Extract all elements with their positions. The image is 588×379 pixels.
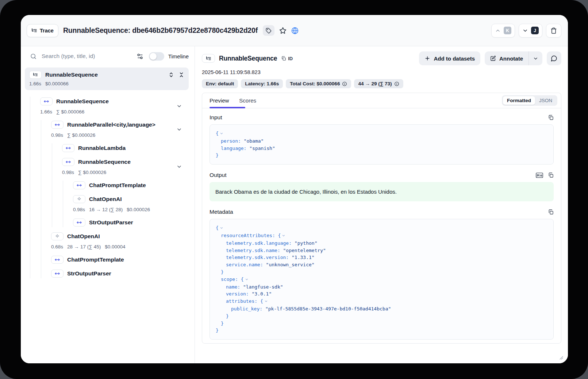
delete-trace-button[interactable]: [546, 24, 561, 38]
copy-input-button[interactable]: [548, 115, 554, 120]
json-value: "opentelemetry": [283, 248, 326, 253]
collapse-node-icon[interactable]: [220, 226, 223, 230]
edit-icon: [490, 55, 496, 61]
tree-node[interactable]: ChatOpenAI0.98s16 → 12 (∑ 28)$0.000026: [21, 194, 195, 213]
app-window: Trace RunnableSequence: dbe646b2b67957d2…: [21, 15, 568, 363]
tree-node-metrics: 0.98s16 → 12 (∑ 28)$0.000026: [73, 205, 195, 213]
code-line: }: [216, 268, 547, 276]
tree-node-label: RunnableLambda: [78, 145, 126, 151]
markdown-toggle-button[interactable]: [536, 173, 543, 178]
node-cost: $0.000026: [127, 207, 150, 212]
span-arrow-icon: [77, 183, 82, 188]
prev-trace-button[interactable]: K: [491, 24, 515, 38]
code-line: person: "obama": [216, 138, 547, 145]
json-key: language:: [221, 146, 249, 151]
observation-detail-panel: RunnableSequence ID Add to datasets Anno…: [195, 46, 568, 363]
search-input[interactable]: [42, 53, 137, 59]
trash-icon: [550, 27, 557, 34]
timeline-toggle[interactable]: [149, 52, 164, 61]
tree-node[interactable]: StrOutputParser: [21, 269, 195, 278]
tree-node-label: StrOutputParser: [67, 270, 111, 277]
input-json-viewer: {person: "obama"language: "spanish"}: [210, 124, 554, 165]
tree-node[interactable]: RunnableSequence0.98s∑ $0.000026: [21, 157, 195, 176]
code-line: public_key: "pk-lf-5855d85e-3943-497e-bd…: [216, 305, 547, 313]
next-trace-button[interactable]: J: [519, 24, 542, 38]
code-line: telemetry.sdk.language: "python": [216, 240, 547, 247]
span-badge: [62, 144, 74, 152]
tree-node[interactable]: StrOutputParser: [21, 218, 195, 227]
filter-sliders-icon[interactable]: [137, 53, 143, 60]
tree-node[interactable]: ChatPromptTemplate: [21, 255, 195, 264]
collapse-node-icon[interactable]: [220, 132, 223, 135]
tag-button[interactable]: [263, 25, 274, 36]
formatted-option[interactable]: Formatted: [503, 96, 535, 105]
copy-output-button[interactable]: [548, 172, 554, 178]
node-cost: ∑ $0.000066: [56, 109, 84, 115]
collapse-node-icon[interactable]: [264, 299, 268, 303]
annotate-button[interactable]: Annotate: [485, 51, 529, 65]
tree-node[interactable]: RunnableLambda: [21, 143, 195, 153]
annotate-dropdown-button[interactable]: [529, 51, 542, 65]
id-label: ID: [288, 56, 293, 61]
tree-node-label: ChatOpenAI: [67, 233, 100, 240]
json-option[interactable]: JSON: [535, 96, 556, 105]
collapse-node-icon[interactable]: [282, 234, 285, 237]
span-badge: [73, 218, 85, 227]
expand-all-icon[interactable]: [168, 72, 174, 78]
observation-title: RunnableSequence: [219, 55, 277, 62]
json-key: attributes:: [226, 298, 260, 304]
tab-scores[interactable]: Scores: [239, 93, 256, 108]
node-cost: ∑ $0.000026: [67, 132, 95, 138]
node-expand-chevron[interactable]: [176, 164, 182, 170]
tag-icon: [266, 28, 272, 34]
markdown-icon: [536, 173, 543, 178]
json-value: "unknown_service": [266, 262, 315, 267]
tree-node[interactable]: ChatOpenAI0.68s28 → 17 (∑ 45)$0.00004: [21, 232, 195, 251]
annotate-split-button: Annotate: [485, 51, 542, 65]
node-expand-chevron[interactable]: [176, 103, 182, 109]
globe-button[interactable]: [291, 27, 299, 34]
node-expand-chevron[interactable]: [176, 127, 182, 132]
node-duration: 0.68s: [51, 244, 63, 250]
root-cost: $0.000066: [45, 81, 69, 86]
trace-type-badge: Trace: [27, 24, 58, 37]
timeline-label: Timeline: [168, 53, 189, 59]
tree-root-item[interactable]: RunnableSequence 1.66s $0.000066: [25, 67, 189, 90]
json-key: version:: [226, 291, 251, 297]
resize-grip-icon[interactable]: [559, 355, 563, 360]
node-cost: ∑ $0.000026: [78, 170, 106, 175]
tree-node[interactable]: RunnableSequence1.66s∑ $0.000066: [21, 97, 195, 116]
span-arrow-icon: [77, 220, 82, 225]
json-key: service.name:: [226, 262, 266, 267]
tree-node-label: ChatOpenAI: [89, 196, 122, 202]
copy-icon: [548, 172, 554, 178]
collapse-all-icon[interactable]: [178, 72, 184, 78]
trace-badge-label: Trace: [40, 28, 54, 34]
tree-node[interactable]: RunnableParallel<city,language>0.98s∑ $0…: [21, 120, 195, 139]
list-tree-icon: [206, 56, 211, 61]
tree-node-label: ChatPromptTemplate: [67, 256, 124, 263]
add-to-datasets-button[interactable]: Add to datasets: [419, 51, 480, 65]
json-value: "1.33.1": [292, 255, 315, 260]
code-line: service.name: "unknown_service": [216, 261, 547, 268]
node-duration: 0.98s: [62, 170, 74, 175]
info-icon: [394, 81, 399, 86]
collapse-node-icon[interactable]: [245, 278, 249, 281]
code-line: name: "langfuse-sdk": [216, 283, 547, 291]
node-tokens: 16 → 12 (∑ 28): [89, 207, 123, 212]
copy-icon: [548, 115, 554, 120]
tab-preview[interactable]: Preview: [210, 93, 229, 108]
copy-metadata-button[interactable]: [548, 209, 554, 215]
comments-button[interactable]: [547, 51, 561, 65]
chevron-down-icon: [176, 127, 182, 132]
span-arrow-icon: [55, 271, 60, 276]
json-value: "3.0.1": [251, 291, 272, 297]
trace-tree-sidebar: Timeline RunnableSequence 1.66s $0.00006…: [21, 46, 195, 363]
copy-id-button[interactable]: ID: [281, 56, 293, 61]
span-arrow-icon: [66, 159, 71, 165]
json-key: scope:: [221, 276, 241, 282]
tree-node[interactable]: ChatPromptTemplate: [21, 181, 195, 190]
star-button[interactable]: [279, 27, 287, 34]
node-tokens: 28 → 17 (∑ 45): [67, 244, 101, 250]
code-line: attributes: {: [216, 298, 547, 305]
